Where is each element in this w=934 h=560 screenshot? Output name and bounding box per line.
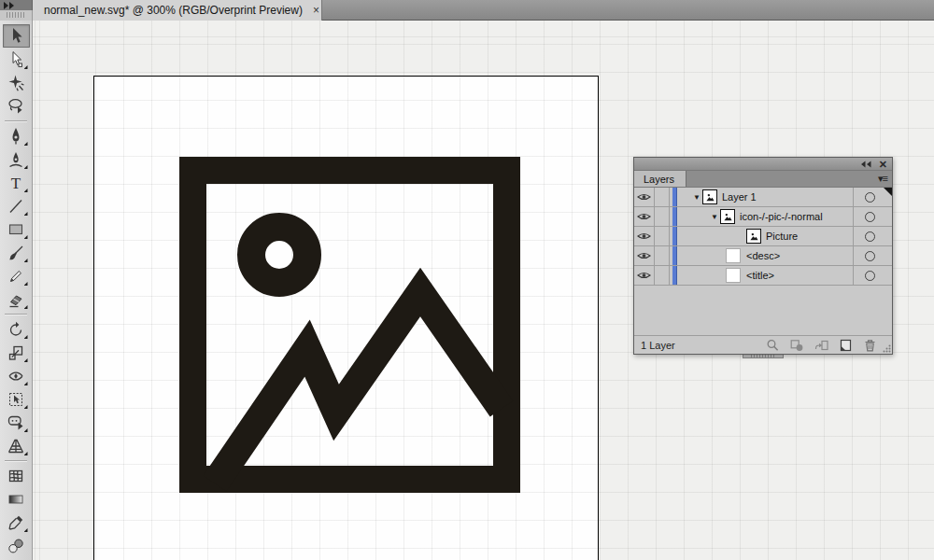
blank-thumbnail (727, 269, 740, 282)
selection-tool[interactable] (3, 24, 30, 48)
document-tab[interactable]: normal_new.svg* @ 300% (RGB/Overprint Pr… (33, 0, 322, 21)
layer-row-icon-pic-normal[interactable]: ▼ icon-/-pic-/-normal (634, 207, 892, 227)
type-tool[interactable]: T (3, 171, 30, 194)
layers-panel-tabrow: Layers ▾≡ (634, 171, 892, 188)
eye-icon (637, 192, 651, 202)
mesh-tool[interactable] (3, 464, 30, 487)
create-new-sublayer-icon[interactable] (814, 339, 828, 352)
toolbar-divider (5, 460, 27, 461)
tools-panel: T (0, 21, 33, 560)
perspective-grid-tool[interactable] (3, 434, 30, 457)
expander-triangle[interactable]: ▼ (709, 213, 720, 221)
expander-triangle[interactable]: ▼ (691, 193, 702, 202)
eraser-tool[interactable] (3, 287, 30, 311)
layers-tab-label: Layers (644, 174, 674, 185)
target-column (853, 207, 892, 226)
magic-wand-tool[interactable] (3, 71, 30, 94)
locate-object-icon[interactable] (766, 339, 780, 352)
layer-count: 1 Layer (634, 340, 766, 351)
eye-icon (637, 212, 651, 221)
collapse-to-icons-icon[interactable] (860, 161, 872, 168)
toolbar-divider (5, 120, 27, 121)
target-column (853, 188, 892, 206)
tab-close-icon[interactable]: × (310, 5, 322, 16)
mountains (215, 292, 502, 483)
gradient-tool[interactable] (3, 487, 30, 511)
lock-toggle[interactable] (655, 188, 670, 206)
target-circle[interactable] (865, 251, 875, 261)
blend-tool[interactable] (3, 534, 30, 557)
target-column (853, 246, 892, 265)
layer-name[interactable]: icon-/-pic-/-normal (740, 211, 823, 222)
picture-icon-artwork[interactable] (179, 157, 520, 493)
toolbar-divider (5, 314, 27, 315)
toolbar-drag-grip[interactable] (0, 10, 33, 21)
pencil-tool[interactable] (3, 264, 30, 287)
eyedropper-tool[interactable] (3, 511, 30, 534)
scale-tool[interactable] (3, 341, 30, 364)
paintbrush-tool[interactable] (3, 241, 30, 264)
tab-layers[interactable]: Layers (634, 171, 686, 187)
blank-thumbnail (727, 249, 740, 262)
illustrator-window: normal_new.svg* @ 300% (RGB/Overprint Pr… (0, 0, 934, 560)
lock-toggle[interactable] (655, 207, 670, 226)
make-release-clipping-mask-icon[interactable] (790, 339, 804, 352)
visibility-toggle[interactable] (634, 246, 655, 265)
active-layer-indicator (884, 188, 892, 196)
line-segment-tool[interactable] (3, 194, 30, 217)
layers-list: ▼ Layer 1 ▼ (634, 188, 892, 335)
svg-text:T: T (11, 174, 21, 191)
width-tool[interactable] (3, 364, 30, 387)
delete-selection-icon[interactable] (863, 339, 877, 352)
target-circle[interactable] (865, 271, 875, 281)
layer-row-layer-1[interactable]: ▼ Layer 1 (634, 188, 892, 207)
visibility-toggle[interactable] (634, 207, 655, 226)
target-column (853, 266, 892, 285)
layers-panel-titlebar[interactable]: ✕ (634, 158, 892, 171)
eye-icon (637, 251, 651, 260)
curvature-pen-tool[interactable] (3, 147, 30, 171)
layer-row-title[interactable]: <title> (634, 266, 892, 286)
rectangle-tool[interactable] (3, 217, 30, 241)
layer-row-picture[interactable]: Picture (634, 227, 892, 246)
visibility-toggle[interactable] (634, 227, 655, 245)
lock-toggle[interactable] (655, 266, 670, 285)
visibility-toggle[interactable] (634, 266, 655, 285)
layer-row-desc[interactable]: <desc> (634, 246, 892, 266)
double-right-arrows-icon (3, 1, 16, 10)
target-circle[interactable] (865, 231, 875, 242)
free-transform-tool[interactable] (3, 387, 30, 411)
layer-name[interactable]: Layer 1 (722, 191, 757, 203)
layers-panel-statusbar: 1 Layer (634, 335, 892, 354)
visibility-toggle[interactable] (634, 188, 655, 206)
panel-resize-grip[interactable] (883, 344, 891, 353)
layer-thumbnail[interactable] (746, 229, 761, 244)
target-circle[interactable] (865, 212, 875, 222)
layer-name[interactable]: <title> (746, 270, 774, 281)
shape-builder-tool[interactable] (3, 411, 30, 434)
target-column (853, 227, 892, 245)
layer-name[interactable]: <desc> (746, 250, 780, 261)
rotate-tool[interactable] (3, 317, 30, 341)
eye-icon (637, 271, 651, 280)
create-new-layer-icon[interactable] (839, 339, 853, 352)
dock-expand-button[interactable] (0, 0, 33, 10)
layer-thumbnail[interactable] (720, 209, 735, 224)
document-tab-title: normal_new.svg* @ 300% (RGB/Overprint Pr… (44, 4, 303, 17)
eye-icon (637, 231, 651, 241)
document-tab-bar: normal_new.svg* @ 300% (RGB/Overprint Pr… (0, 0, 934, 21)
sun-ring (251, 227, 307, 283)
layer-thumbnail[interactable] (702, 189, 717, 204)
panel-close-icon[interactable]: ✕ (879, 160, 887, 169)
lock-toggle[interactable] (655, 227, 670, 245)
layers-panel: ✕ Layers ▾≡ ▼ Layer 1 (633, 157, 893, 355)
target-circle[interactable] (865, 192, 875, 203)
lasso-tool[interactable] (3, 94, 30, 118)
panel-menu-icon[interactable]: ▾≡ (878, 173, 887, 185)
lock-toggle[interactable] (655, 246, 670, 265)
pen-tool[interactable] (3, 124, 30, 147)
layer-name[interactable]: Picture (766, 231, 798, 242)
direct-selection-tool[interactable] (3, 48, 30, 71)
